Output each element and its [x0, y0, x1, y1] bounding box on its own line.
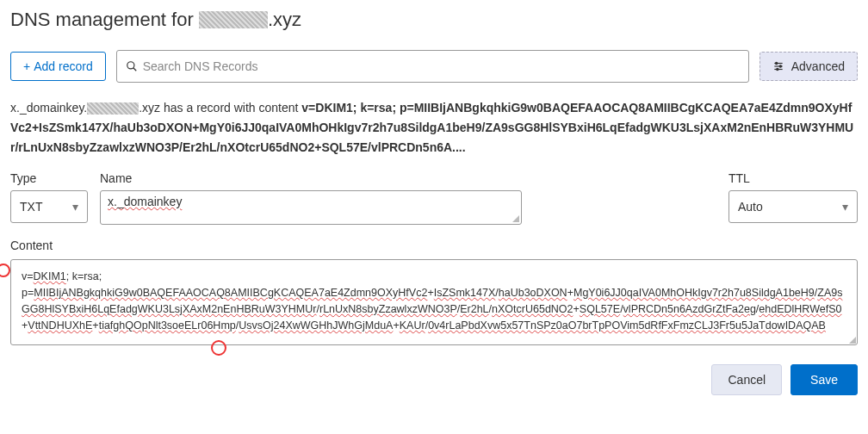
search-icon: [126, 60, 138, 72]
content-seg: rLnUxN8sbyZzawlxzWNO3P: [319, 303, 457, 315]
ttl-field: TTL Auto ▾: [728, 171, 858, 225]
plus-icon: +: [23, 59, 30, 73]
content-seg: UsvsOj24XwWGHhJWhGjMduA: [239, 319, 393, 332]
cancel-button[interactable]: Cancel: [711, 364, 782, 395]
advanced-button[interactable]: Advanced: [760, 52, 858, 81]
resize-handle-icon: [512, 215, 519, 222]
ttl-select[interactable]: Auto ▾: [728, 190, 858, 223]
summary-host-prefix: x._domainkey.: [10, 101, 87, 115]
search-field[interactable]: [116, 50, 749, 83]
content-seg: SQL57E: [580, 303, 620, 315]
advanced-label: Advanced: [791, 59, 845, 73]
svg-point-5: [775, 62, 777, 64]
type-select[interactable]: TXT ▾: [10, 190, 88, 223]
search-input[interactable]: [143, 59, 740, 73]
svg-point-0: [127, 62, 133, 69]
content-field: Content v=DKIM1; k=rsa; p=MIIBIjANBgkqhk…: [10, 239, 858, 345]
record-summary: x._domainkey..xyz has a record with cont…: [10, 98, 858, 158]
content-seg: vlPRCDn5n6AzdGrZtFa2eg: [623, 303, 756, 315]
save-button[interactable]: Save: [790, 364, 858, 395]
footer-actions: Cancel Save: [10, 364, 858, 395]
page-title-suffix: .xyz: [268, 9, 301, 30]
type-field: Type TXT ▾: [10, 171, 88, 225]
settings-icon: [772, 60, 784, 72]
summary-host-suffix: .xyz: [139, 101, 160, 115]
content-seg: +: [427, 287, 433, 299]
content-seg: MIIBIjANBgkqhkiG9w0BAQEFAAOCAQ8AMIIBCgKC…: [34, 287, 427, 299]
content-seg: KAUr: [400, 319, 425, 332]
content-seg: +: [567, 287, 574, 299]
svg-line-1: [133, 68, 136, 71]
type-value: TXT: [20, 200, 42, 214]
page-title: DNS management for .xyz: [10, 9, 858, 31]
name-value: x._domainkey: [108, 195, 182, 208]
content-seg: Er2hL: [460, 303, 488, 315]
summary-lead-mid: has a record with content: [160, 101, 301, 115]
content-seg: nXOtcrU65dNO2: [492, 303, 573, 315]
content-seg: 0v4rLaPbdXvw5x57TnSPz0aO7brTpPOVim5dRfFx…: [428, 319, 826, 332]
type-label: Type: [10, 171, 88, 185]
content-seg: IsZSmk147X: [434, 287, 496, 299]
content-seg: p=: [22, 287, 34, 299]
chevron-down-icon: ▾: [72, 200, 78, 214]
svg-point-6: [779, 65, 781, 67]
content-seg: +: [574, 303, 580, 315]
toolbar: + Add record Advanced: [10, 50, 858, 83]
field-row: Type TXT ▾ Name x._domainkey TTL Auto ▾: [10, 171, 858, 225]
ttl-value: Auto: [738, 200, 763, 214]
chevron-down-icon: ▾: [842, 200, 848, 214]
content-label: Content: [10, 239, 858, 252]
content-seg: v=: [22, 270, 34, 282]
content-seg: tiafghQOpNlt3soeELr06Hmp: [99, 319, 236, 332]
redacted-host: [87, 102, 139, 115]
content-seg: +: [393, 319, 399, 332]
content-seg: +: [92, 319, 98, 332]
add-record-button[interactable]: + Add record: [10, 52, 106, 81]
resize-handle-icon: [849, 337, 856, 344]
content-seg: DKIM1: [34, 270, 66, 282]
name-label: Name: [100, 171, 522, 185]
ttl-label: TTL: [728, 171, 858, 185]
annotation-circle-icon: [0, 264, 10, 277]
svg-point-7: [776, 68, 778, 70]
content-textarea[interactable]: v=DKIM1; k=rsa; p=MIIBIjANBgkqhkiG9w0BAQ…: [10, 259, 858, 345]
add-record-label: Add record: [34, 59, 92, 73]
content-seg: MgY0i6JJ0qaIVA0MhOHkIgv7r2h7u8SildgA1beH…: [574, 287, 815, 299]
name-input[interactable]: x._domainkey: [100, 190, 522, 225]
content-seg: ehdEDlHRWefS0: [759, 303, 841, 315]
page-title-prefix: DNS management for: [10, 9, 199, 30]
content-seg: VttNDHUXhE: [28, 319, 92, 332]
content-seg: ; k=rsa;: [66, 270, 102, 282]
name-field: Name x._domainkey: [100, 171, 522, 225]
content-seg: haUb3oDXON: [499, 287, 567, 299]
redacted-domain: [199, 11, 268, 28]
